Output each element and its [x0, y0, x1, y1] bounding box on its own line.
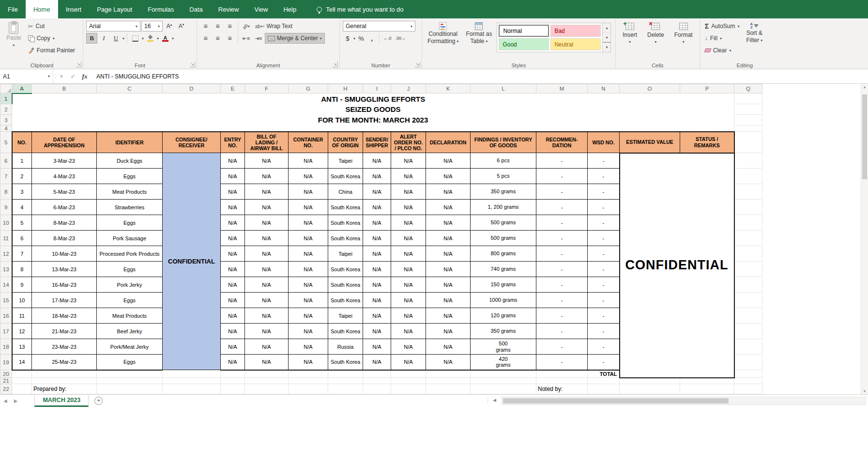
- cell[interactable]: 350 grams: [471, 324, 536, 339]
- cell[interactable]: N/A: [363, 184, 391, 200]
- cell[interactable]: -: [588, 355, 620, 370]
- cell[interactable]: -: [588, 324, 620, 339]
- gallery-more-icon[interactable]: ▼: [603, 42, 610, 52]
- cell[interactable]: N/A: [363, 324, 391, 339]
- cell[interactable]: -: [588, 277, 620, 293]
- cell[interactable]: [221, 384, 245, 394]
- row-header-8[interactable]: 8: [0, 184, 12, 200]
- cell[interactable]: N/A: [289, 153, 328, 169]
- cell[interactable]: -: [536, 293, 588, 308]
- cell[interactable]: 9: [12, 277, 32, 293]
- cell[interactable]: N/A: [245, 246, 289, 262]
- cell[interactable]: N/A: [426, 246, 471, 262]
- cell[interactable]: N/A: [363, 231, 391, 246]
- cell[interactable]: [12, 370, 32, 378]
- cell[interactable]: -: [536, 200, 588, 215]
- italic-button[interactable]: I: [98, 33, 109, 44]
- row-header-17[interactable]: 17: [0, 324, 12, 339]
- cell[interactable]: N/A: [426, 277, 471, 293]
- cell[interactable]: South Korea: [328, 215, 363, 231]
- noted-by-label[interactable]: Noted by:: [536, 384, 588, 394]
- cell[interactable]: 21-Mar-23: [32, 324, 97, 339]
- cell[interactable]: [734, 93, 762, 104]
- cell[interactable]: N/A: [426, 324, 471, 339]
- cell[interactable]: N/A: [391, 324, 426, 339]
- cell[interactable]: N/A: [426, 262, 471, 277]
- cell[interactable]: 16-Mar-23: [32, 277, 97, 293]
- align-left-button[interactable]: ≡: [200, 33, 211, 44]
- column-header-J[interactable]: J: [391, 84, 426, 93]
- cell[interactable]: -: [536, 169, 588, 184]
- row-header-11[interactable]: 11: [0, 231, 12, 246]
- cell[interactable]: [221, 378, 245, 384]
- cell[interactable]: N/A: [363, 200, 391, 215]
- cell[interactable]: -: [536, 246, 588, 262]
- cell[interactable]: N/A: [426, 231, 471, 246]
- cell[interactable]: [734, 378, 762, 384]
- column-header-Q[interactable]: Q: [734, 84, 762, 93]
- cell[interactable]: 10: [12, 293, 32, 308]
- currency-button[interactable]: $: [343, 33, 352, 44]
- underline-dropdown-icon[interactable]: ▾: [122, 36, 124, 41]
- cell[interactable]: 1000 grams: [471, 293, 536, 308]
- row-header-6[interactable]: 6: [0, 153, 12, 169]
- cell[interactable]: N/A: [289, 339, 328, 355]
- cell[interactable]: South Korea: [328, 355, 363, 370]
- conditional-formatting-button[interactable]: Conditional Formatting▾: [425, 21, 461, 46]
- row-header-21[interactable]: 21: [0, 378, 12, 384]
- prepared-by-label[interactable]: Prepared by:: [32, 384, 97, 394]
- cell[interactable]: N/A: [221, 324, 245, 339]
- row-header-9[interactable]: 9: [0, 200, 12, 215]
- cell[interactable]: -: [536, 339, 588, 355]
- cell[interactable]: Beef Jerky: [97, 324, 163, 339]
- row-header-10[interactable]: 10: [0, 215, 12, 231]
- sheet-nav-left[interactable]: ◀: [0, 395, 11, 407]
- cell[interactable]: 500 grams: [471, 339, 536, 355]
- decrease-font-button[interactable]: A▾: [176, 21, 187, 31]
- increase-font-button[interactable]: A▴: [164, 21, 175, 31]
- sheet-tab-march-2023[interactable]: MARCH 2023: [34, 395, 89, 407]
- cell[interactable]: -: [588, 153, 620, 169]
- horizontal-scrollbar[interactable]: [502, 397, 866, 405]
- insert-cells-button[interactable]: + Insert▾: [619, 21, 641, 46]
- cell[interactable]: South Korea: [328, 262, 363, 277]
- cell[interactable]: 800 grams: [471, 246, 536, 262]
- cell[interactable]: [426, 384, 471, 394]
- row-header-18[interactable]: 18: [0, 339, 12, 355]
- cell[interactable]: N/A: [221, 231, 245, 246]
- table-header[interactable]: BILL OF LADING / AIRWAY BILL: [245, 132, 289, 153]
- cell[interactable]: N/A: [245, 184, 289, 200]
- row-header-13[interactable]: 13: [0, 262, 12, 277]
- table-header[interactable]: WSD NO.: [588, 132, 620, 153]
- align-top-button[interactable]: ≡: [200, 21, 211, 31]
- horizontal-scrollbar-thumb[interactable]: [503, 398, 729, 404]
- scroll-up-icon[interactable]: ▲: [861, 85, 868, 89]
- cell[interactable]: 14: [12, 355, 32, 370]
- font-color-button[interactable]: A: [160, 33, 171, 44]
- table-header[interactable]: IDENTIFIER: [97, 132, 163, 153]
- cell[interactable]: [163, 370, 221, 378]
- table-header[interactable]: RECOMMEN- DATION: [536, 132, 588, 153]
- cell[interactable]: [536, 378, 588, 384]
- cell[interactable]: 4: [12, 200, 32, 215]
- row-header-3[interactable]: 3: [0, 115, 12, 125]
- format-painter-button[interactable]: Format Painter: [26, 45, 77, 56]
- cell[interactable]: [471, 384, 536, 394]
- cell[interactable]: 120 grams: [471, 308, 536, 324]
- cell[interactable]: N/A: [426, 293, 471, 308]
- cell[interactable]: 5 pcs: [471, 169, 536, 184]
- cell[interactable]: N/A: [245, 355, 289, 370]
- cell[interactable]: Eggs: [97, 169, 163, 184]
- cell[interactable]: N/A: [289, 277, 328, 293]
- cell[interactable]: N/A: [289, 200, 328, 215]
- cell[interactable]: 12: [12, 324, 32, 339]
- cell[interactable]: N/A: [363, 153, 391, 169]
- cell[interactable]: N/A: [289, 293, 328, 308]
- cell[interactable]: [734, 384, 762, 394]
- cell[interactable]: 8: [12, 262, 32, 277]
- cell[interactable]: [734, 200, 762, 215]
- cell[interactable]: Meat Products: [97, 184, 163, 200]
- cell[interactable]: 23-Mar-23: [32, 339, 97, 355]
- cell[interactable]: N/A: [426, 169, 471, 184]
- cell[interactable]: Taipei: [328, 246, 363, 262]
